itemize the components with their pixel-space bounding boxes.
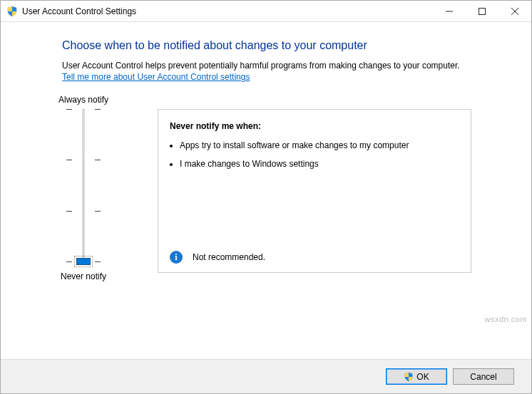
close-button[interactable] [498,1,531,21]
info-icon: i [170,251,183,264]
detail-footer-text: Not recommended. [193,252,265,262]
slider-label-top: Always notify [41,95,126,105]
watermark: wsxdn.com [484,315,527,323]
slider-label-bottom: Never notify [41,271,126,281]
detail-title: Never notify me when: [170,121,459,131]
button-bar: OK Cancel [1,359,531,393]
titlebar: User Account Control Settings [1,1,531,22]
cancel-label: Cancel [470,372,496,382]
detail-panel: Never notify me when: Apps try to instal… [158,109,471,273]
minimize-button[interactable] [433,1,466,21]
ok-button[interactable]: OK [386,368,447,385]
uac-shield-icon [6,6,18,17]
page-subhead: User Account Control helps prevent poten… [62,61,507,71]
svg-rect-1 [479,8,486,14]
slider-track[interactable] [75,109,92,261]
detail-footer: i Not recommended. [170,251,459,264]
learn-more-link[interactable]: Tell me more about User Account Control … [62,72,250,82]
page-heading: Choose when to be notified about changes… [62,39,507,52]
detail-bullet: I make changes to Windows settings [180,158,459,170]
content-area: Choose when to be notified about changes… [1,22,531,359]
uac-shield-icon [404,372,414,382]
maximize-button[interactable] [466,1,498,21]
slider-thumb[interactable] [76,258,91,265]
ok-label: OK [416,372,429,382]
settings-row: Always notify Never notify Never notify … [62,95,507,281]
notification-slider: Always notify Never notify [41,95,126,281]
detail-list: Apps try to install software or make cha… [170,140,459,251]
window-title: User Account Control Settings [22,6,433,16]
window-buttons [433,1,531,21]
uac-settings-window: User Account Control Settings Choose whe… [0,0,532,394]
detail-bullet: Apps try to install software or make cha… [180,140,459,151]
cancel-button[interactable]: Cancel [453,368,514,385]
